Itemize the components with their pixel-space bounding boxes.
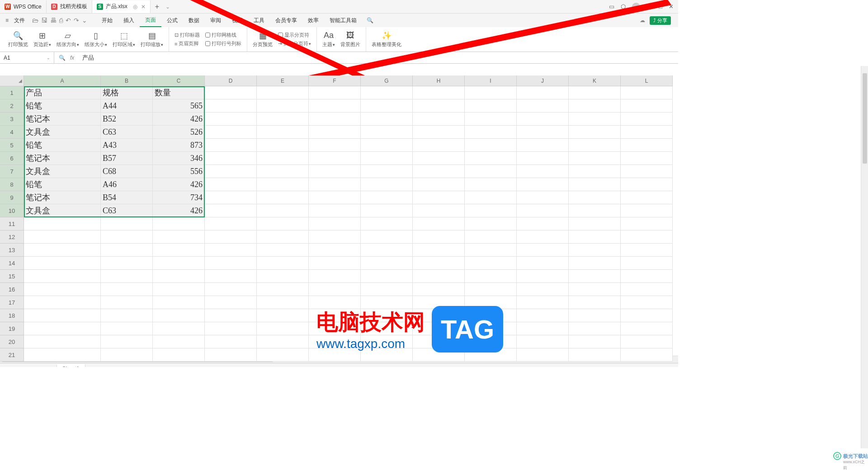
cell[interactable]: C63 (101, 126, 153, 139)
cell[interactable] (24, 322, 101, 335)
cell[interactable]: 426 (153, 178, 205, 191)
cell[interactable] (101, 296, 153, 309)
cell[interactable] (205, 322, 257, 335)
cell[interactable] (257, 335, 309, 348)
cell[interactable] (621, 309, 673, 322)
cell[interactable] (361, 86, 413, 99)
cell[interactable] (257, 348, 309, 362)
cell[interactable] (101, 230, 153, 244)
cell[interactable] (309, 165, 361, 178)
cell[interactable] (257, 244, 309, 257)
cell[interactable] (24, 283, 101, 296)
cell[interactable] (621, 217, 673, 230)
cell[interactable] (517, 113, 569, 126)
cell[interactable] (361, 244, 413, 257)
row-header[interactable]: 4 (0, 126, 24, 139)
column-header[interactable]: J (517, 75, 569, 86)
cell[interactable] (153, 348, 205, 362)
tab-comment-icon[interactable]: ◎ (133, 4, 137, 10)
cell[interactable]: 笔记本 (24, 152, 101, 165)
column-header[interactable]: E (257, 75, 309, 86)
cell[interactable] (205, 296, 257, 309)
cell[interactable] (205, 152, 257, 165)
column-header[interactable]: H (413, 75, 465, 86)
cell[interactable] (205, 257, 257, 270)
row-header[interactable]: 3 (0, 113, 24, 126)
cell[interactable] (517, 165, 569, 178)
cell[interactable] (309, 335, 361, 348)
cell[interactable] (257, 270, 309, 283)
nav-prev-icon[interactable]: < (9, 366, 14, 367)
cell[interactable] (257, 217, 309, 230)
cell[interactable] (465, 244, 517, 257)
cell[interactable] (205, 230, 257, 244)
row-header[interactable]: 10 (0, 204, 24, 217)
cell[interactable] (569, 283, 621, 296)
cell[interactable] (621, 296, 673, 309)
cell[interactable] (257, 165, 309, 178)
cell[interactable] (205, 178, 257, 191)
cell[interactable] (257, 113, 309, 126)
cloud-icon[interactable]: ☁ (640, 17, 645, 24)
cell[interactable] (413, 296, 465, 309)
row-header[interactable]: 11 (0, 217, 24, 230)
cell[interactable] (413, 270, 465, 283)
cell[interactable] (621, 257, 673, 270)
cell[interactable] (413, 348, 465, 362)
cell[interactable] (205, 126, 257, 139)
cell[interactable] (153, 244, 205, 257)
cell[interactable]: 346 (153, 152, 205, 165)
column-header[interactable]: B (101, 75, 153, 86)
cell[interactable] (465, 230, 517, 244)
theme-button[interactable]: Aа主题 (320, 31, 338, 48)
cell[interactable] (465, 335, 517, 348)
cell[interactable] (465, 348, 517, 362)
file-menu[interactable]: 文件 (11, 17, 28, 24)
cell[interactable] (101, 309, 153, 322)
cell[interactable] (309, 348, 361, 362)
row-header[interactable]: 14 (0, 257, 24, 270)
cell[interactable] (413, 113, 465, 126)
cell[interactable] (205, 335, 257, 348)
cell[interactable] (517, 99, 569, 113)
nav-last-icon[interactable]: >| (20, 366, 25, 367)
print-area-button[interactable]: ⬚打印区域 (110, 31, 138, 48)
cell[interactable] (413, 244, 465, 257)
cell[interactable] (257, 152, 309, 165)
cell[interactable] (153, 296, 205, 309)
tab-file-active[interactable]: S 产品.xlsx ◎ ✕ (92, 0, 151, 13)
cell[interactable]: A44 (101, 99, 153, 113)
cell[interactable] (361, 99, 413, 113)
column-header[interactable]: A (24, 75, 101, 86)
checkbox-input[interactable] (205, 33, 210, 38)
cell[interactable] (101, 322, 153, 335)
print-rowcol-checkbox[interactable]: 打印行号列标 (205, 40, 241, 47)
cell[interactable] (517, 217, 569, 230)
cell[interactable] (205, 165, 257, 178)
cell[interactable] (465, 217, 517, 230)
row-header[interactable]: 15 (0, 270, 24, 283)
cell[interactable] (465, 99, 517, 113)
cell[interactable]: 526 (153, 126, 205, 139)
cell[interactable]: B54 (101, 191, 153, 204)
menu-tab-9[interactable]: 效率 (302, 14, 324, 27)
spreadsheet-area[interactable]: ◢ ABCDEFGHIJKL 1234567891011121314151617… (0, 75, 678, 356)
cell[interactable] (569, 113, 621, 126)
cell[interactable] (413, 139, 465, 152)
cell[interactable] (361, 152, 413, 165)
cell[interactable] (413, 217, 465, 230)
print-grid-checkbox[interactable]: 打印网格线 (205, 32, 241, 38)
cell[interactable] (24, 217, 101, 230)
cell[interactable] (257, 126, 309, 139)
menu-tab-2[interactable]: 页面 (140, 14, 161, 27)
cell[interactable]: 笔记本 (24, 191, 101, 204)
cell[interactable] (517, 283, 569, 296)
cell[interactable]: 产品 (24, 86, 101, 99)
cell[interactable] (361, 230, 413, 244)
row-header[interactable]: 1 (0, 86, 24, 99)
cell[interactable] (465, 270, 517, 283)
cell[interactable] (517, 348, 569, 362)
cell[interactable] (413, 126, 465, 139)
row-header[interactable]: 6 (0, 152, 24, 165)
cell[interactable] (309, 322, 361, 335)
